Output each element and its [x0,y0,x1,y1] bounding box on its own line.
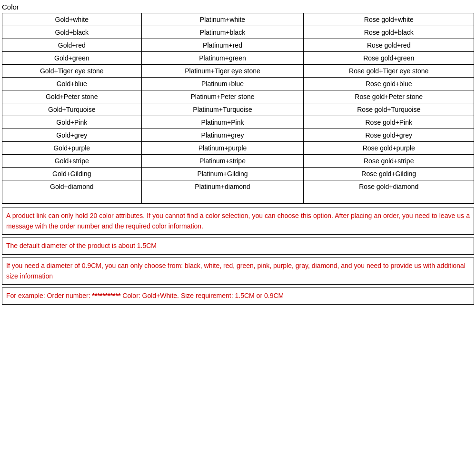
table-cell: Rose gold+Peter stone [304,90,474,103]
table-cell: Rose gold+diamond [304,180,474,193]
table-row: Gold+diamondPlatinum+diamondRose gold+di… [2,180,474,193]
table-cell: Rose gold+green [304,52,474,65]
table-cell: Rose gold+blue [304,78,474,90]
table-row: Gold+redPlatinum+redRose gold+red [2,39,474,52]
table-row: Gold+Peter stonePlatinum+Peter stoneRose… [2,90,474,103]
table-cell: Rose gold+Tiger eye stone [304,65,474,78]
table-cell: Platinum+stripe [141,155,304,168]
table-row: Gold+purplePlatinum+purpleRose gold+purp… [2,142,474,155]
table-cell: Gold+Gilding [2,168,142,180]
table-cell: Platinum+purple [141,142,304,155]
table-cell: Platinum+Pink [141,116,304,129]
table-cell: Gold+Pink [2,116,142,129]
table-cell: Gold+Turquoise [2,103,142,116]
table-cell: Gold+white [2,13,142,26]
table-cell: Gold+black [2,26,142,39]
table-empty-cell [304,193,474,204]
diameter-09-notice: If you need a diameter of 0.9CM, you can… [2,258,474,285]
table-cell: Platinum+black [141,26,304,39]
table-empty-cell [141,193,304,204]
section-title: Color [2,3,474,11]
default-diameter-notice: The default diameter of the product is a… [2,238,474,255]
color-limit-notice: A product link can only hold 20 color at… [2,208,474,235]
table-row: Gold+PinkPlatinum+PinkRose gold+Pink [2,116,474,129]
table-row: Gold+blackPlatinum+blackRose gold+black [2,26,474,39]
table-row: Gold+TurquoisePlatinum+TurquoiseRose gol… [2,103,474,116]
table-row: Gold+whitePlatinum+whiteRose gold+white [2,13,474,26]
table-cell: Rose gold+stripe [304,155,474,168]
table-cell: Platinum+grey [141,129,304,142]
diameter-09-text: If you need a diameter of 0.9CM, you can… [6,262,466,280]
example-label: For example: Order number: [6,292,92,299]
table-cell: Gold+diamond [2,180,142,193]
table-cell: Rose gold+Pink [304,116,474,129]
table-row: Gold+Tiger eye stonePlatinum+Tiger eye s… [2,65,474,78]
table-row: Gold+GildingPlatinum+GildingRose gold+Gi… [2,168,474,180]
table-cell: Gold+grey [2,129,142,142]
table-cell: Platinum+blue [141,78,304,90]
example-stars: *********** [92,292,121,299]
default-diameter-text: The default diameter of the product is a… [6,242,157,249]
table-row: Gold+greenPlatinum+greenRose gold+green [2,52,474,65]
color-table: Gold+whitePlatinum+whiteRose gold+whiteG… [2,13,474,204]
table-cell: Gold+stripe [2,155,142,168]
table-cell: Gold+blue [2,78,142,90]
table-cell: Platinum+white [141,13,304,26]
table-cell: Platinum+red [141,39,304,52]
table-row: Gold+bluePlatinum+blueRose gold+blue [2,78,474,90]
table-cell: Gold+green [2,52,142,65]
table-cell: Platinum+Tiger eye stone [141,65,304,78]
table-cell: Rose gold+white [304,13,474,26]
page-container: Color Gold+whitePlatinum+whiteRose gold+… [0,0,476,310]
table-empty-row [2,193,474,204]
table-cell: Platinum+green [141,52,304,65]
table-cell: Rose gold+grey [304,129,474,142]
table-cell: Gold+Peter stone [2,90,142,103]
table-cell: Platinum+Turquoise [141,103,304,116]
table-cell: Gold+Tiger eye stone [2,65,142,78]
table-cell: Rose gold+red [304,39,474,52]
color-limit-text: A product link can only hold 20 color at… [6,212,470,230]
example-middle: Color: Gold+White. Size requirement: 1.5… [120,292,284,299]
table-row: Gold+greyPlatinum+greyRose gold+grey [2,129,474,142]
example-notice: For example: Order number: *********** C… [2,288,474,305]
table-cell: Rose gold+purple [304,142,474,155]
table-cell: Rose gold+black [304,26,474,39]
table-cell: Platinum+diamond [141,180,304,193]
table-cell: Gold+purple [2,142,142,155]
table-cell: Platinum+Gilding [141,168,304,180]
table-cell: Rose gold+Gilding [304,168,474,180]
table-cell: Rose gold+Turquoise [304,103,474,116]
table-cell: Platinum+Peter stone [141,90,304,103]
table-row: Gold+stripePlatinum+stripeRose gold+stri… [2,155,474,168]
table-empty-cell [2,193,142,204]
table-cell: Gold+red [2,39,142,52]
